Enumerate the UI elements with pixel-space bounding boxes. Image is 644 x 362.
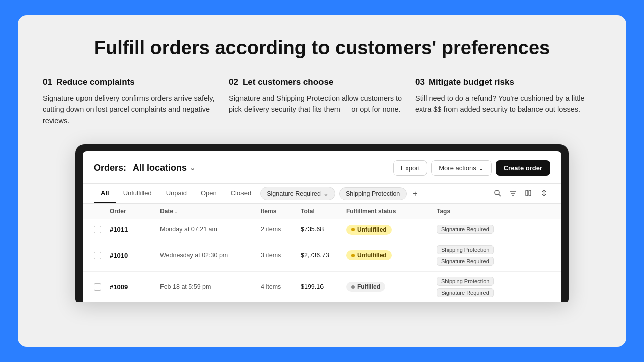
row-status: Unfulfilled xyxy=(346,224,437,235)
laptop-screen: Orders: All locations ⌄ Export More acti… xyxy=(83,151,561,302)
row-order[interactable]: #1011 xyxy=(110,225,160,234)
orders-title-group: Orders: All locations ⌄ xyxy=(94,163,195,173)
orders-label: Orders: xyxy=(94,163,126,173)
page-headline: Fulfill orders according to customers' p… xyxy=(43,37,601,59)
sort-icon-button[interactable] xyxy=(538,187,550,200)
feature-3-body: Still need to do a refund? You're cushio… xyxy=(415,93,592,115)
row-total: $2,736.73 xyxy=(301,252,346,259)
tag-item: Signature Required xyxy=(437,257,494,266)
row-order[interactable]: #1009 xyxy=(110,282,160,291)
status-badge: Fulfilled xyxy=(346,282,385,292)
row-status: Unfulfilled xyxy=(346,250,437,261)
row-date: Feb 18 at 5:59 pm xyxy=(160,283,261,290)
feature-3-num: 03 xyxy=(415,77,425,87)
tag-item: Signature Required xyxy=(437,288,494,297)
table-controls xyxy=(491,187,550,200)
th-check xyxy=(94,208,110,215)
export-button[interactable]: Export xyxy=(393,160,428,176)
feature-1-num: 01 xyxy=(43,77,52,87)
status-label: Fulfilled xyxy=(357,283,380,290)
tag-item: Shipping Protection xyxy=(437,245,494,254)
row-total: $199.16 xyxy=(301,283,346,290)
th-items: Items xyxy=(261,208,301,215)
status-badge: Unfulfilled xyxy=(346,225,392,235)
tabs-row: All Unfulfilled Unpaid Open Closed Signa… xyxy=(83,184,561,204)
main-card: Fulfill orders according to customers' p… xyxy=(18,15,626,347)
search-icon-button[interactable] xyxy=(491,187,504,200)
tab-closed[interactable]: Closed xyxy=(224,184,258,203)
row-checkbox[interactable] xyxy=(94,283,101,291)
th-total: Total xyxy=(301,208,346,215)
row-date: Monday at 07:21 am xyxy=(160,226,261,233)
row-items: 4 items xyxy=(261,283,301,290)
add-filter-button[interactable]: + xyxy=(409,186,421,201)
orders-header: Orders: All locations ⌄ Export More acti… xyxy=(83,151,561,184)
row-tags: Shipping ProtectionSignature Required xyxy=(437,277,550,297)
row-checkbox-cell xyxy=(94,252,110,259)
more-actions-chevron-icon: ⌄ xyxy=(478,164,484,172)
status-badge: Unfulfilled xyxy=(346,250,392,260)
tab-unpaid[interactable]: Unpaid xyxy=(159,184,194,203)
th-date[interactable]: Date ↓ xyxy=(160,208,261,215)
row-total: $735.68 xyxy=(301,226,346,233)
feature-1-title: Reduce complaints xyxy=(56,77,135,87)
filter-icon-button[interactable] xyxy=(507,187,519,200)
orders-location[interactable]: All locations xyxy=(133,163,187,173)
th-order: Order xyxy=(110,208,160,215)
row-date: Wednesday at 02:30 pm xyxy=(160,252,261,259)
location-chevron-icon[interactable]: ⌄ xyxy=(190,164,195,172)
row-status: Fulfilled xyxy=(346,282,437,292)
status-dot-icon xyxy=(351,285,355,289)
table-row: #1009 Feb 18 at 5:59 pm 4 items $199.16 … xyxy=(83,272,561,302)
tab-all[interactable]: All xyxy=(94,184,116,203)
tab-unfulfilled[interactable]: Unfulfilled xyxy=(116,184,159,203)
filter-signature-required[interactable]: Signature Required ⌄ xyxy=(260,187,335,200)
create-order-button[interactable]: Create order xyxy=(496,160,550,176)
th-status: Fulfillment status xyxy=(346,208,437,215)
status-dot-icon xyxy=(351,254,355,257)
table-row: #1011 Monday at 07:21 am 2 items $735.68… xyxy=(83,219,561,240)
row-checkbox-cell xyxy=(94,283,110,291)
row-items: 2 items xyxy=(261,226,301,233)
signature-required-chevron-icon: ⌄ xyxy=(323,190,329,197)
feature-1-body: Signature upon delivery confirms orders … xyxy=(43,93,220,126)
tag-item: Shipping Protection xyxy=(437,277,494,286)
svg-rect-5 xyxy=(526,190,528,196)
feature-3: 03 Mitigate budget risks Still need to d… xyxy=(415,77,601,126)
row-tags: Signature Required xyxy=(437,225,550,234)
laptop-frame: Orders: All locations ⌄ Export More acti… xyxy=(75,144,569,302)
features-section: 01 Reduce complaints Signature upon deli… xyxy=(43,77,601,126)
row-checkbox-cell xyxy=(94,226,110,233)
row-tags: Shipping ProtectionSignature Required xyxy=(437,245,550,266)
columns-icon-button[interactable] xyxy=(522,187,535,200)
row-checkbox[interactable] xyxy=(94,226,101,233)
signature-required-label: Signature Required xyxy=(267,190,321,197)
feature-2: 02 Let customers choose Signature and Sh… xyxy=(229,77,415,126)
status-label: Unfulfilled xyxy=(357,226,387,233)
date-sort-icon: ↓ xyxy=(175,209,177,214)
table-body: #1011 Monday at 07:21 am 2 items $735.68… xyxy=(83,219,561,302)
feature-2-body: Signature and Shipping Protection allow … xyxy=(229,93,406,115)
feature-3-title: Mitigate budget risks xyxy=(429,77,514,87)
svg-rect-6 xyxy=(529,190,531,196)
tab-open[interactable]: Open xyxy=(194,184,224,203)
svg-line-1 xyxy=(499,194,501,196)
laptop-wrapper: Orders: All locations ⌄ Export More acti… xyxy=(43,144,601,332)
row-items: 3 items xyxy=(261,252,301,259)
header-actions: Export More actions ⌄ Create order xyxy=(393,160,550,176)
shipping-protection-label: Shipping Protection xyxy=(346,190,400,197)
feature-2-title: Let customers choose xyxy=(243,77,333,87)
th-tags: Tags xyxy=(437,208,550,215)
more-actions-button[interactable]: More actions ⌄ xyxy=(431,160,491,176)
feature-1: 01 Reduce complaints Signature upon deli… xyxy=(43,77,229,126)
feature-2-num: 02 xyxy=(229,77,238,87)
table-row: #1010 Wednesday at 02:30 pm 3 items $2,7… xyxy=(83,240,561,272)
row-order[interactable]: #1010 xyxy=(110,251,160,260)
status-dot-icon xyxy=(351,228,355,231)
table-header: Order Date ↓ Items Total Fulfillment sta… xyxy=(83,204,561,219)
row-checkbox[interactable] xyxy=(94,252,101,259)
filter-shipping-protection[interactable]: Shipping Protection xyxy=(339,187,407,200)
more-actions-label: More actions xyxy=(439,164,476,172)
tag-item: Signature Required xyxy=(437,225,494,234)
status-label: Unfulfilled xyxy=(357,252,387,259)
